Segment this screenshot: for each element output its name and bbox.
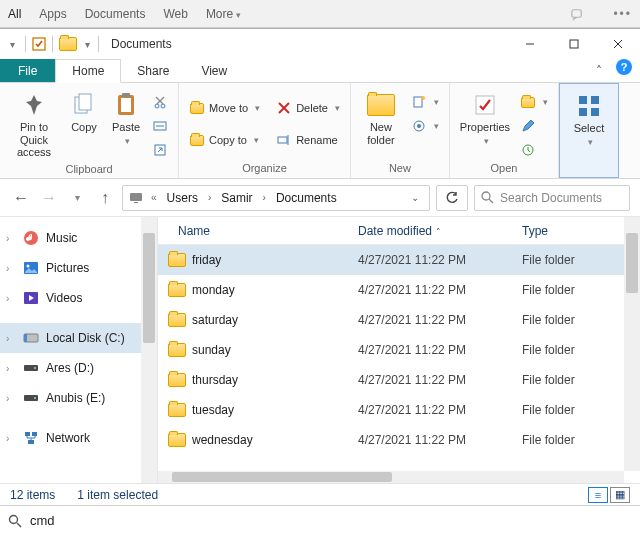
minimize-button[interactable]	[508, 29, 552, 59]
top-tab-web[interactable]: Web	[163, 7, 187, 21]
chevron-right-icon[interactable]: ›	[6, 363, 16, 374]
svg-point-23	[417, 124, 421, 128]
svg-point-12	[161, 104, 165, 108]
copy-button[interactable]: Copy	[64, 87, 104, 138]
open-button[interactable]: ▾	[516, 91, 552, 113]
content-hscrollbar[interactable]	[158, 471, 624, 483]
copy-to-button[interactable]: Copy to▾	[185, 129, 264, 151]
recent-locations-button[interactable]: ▾	[66, 187, 88, 209]
new-folder-button[interactable]: New folder	[357, 87, 405, 150]
run-input[interactable]	[30, 513, 632, 528]
paste-button[interactable]: Paste▾	[106, 87, 146, 150]
address-bar[interactable]: « Users› Samir› Documents ⌄	[122, 185, 430, 211]
tree-item-network[interactable]: ›Network	[0, 423, 157, 453]
paste-shortcut-button[interactable]	[148, 139, 172, 161]
file-row[interactable]: wednesday4/27/2021 11:22 PMFile folder	[158, 425, 640, 455]
qat-properties-icon[interactable]	[32, 37, 46, 51]
chevron-right-icon[interactable]: ›	[6, 263, 16, 274]
breadcrumb[interactable]: Documents	[274, 191, 339, 205]
refresh-button[interactable]	[436, 185, 468, 211]
chevron-right-icon[interactable]: ›	[6, 333, 16, 344]
pin-icon	[18, 91, 50, 119]
column-header-name[interactable]: Name	[158, 224, 358, 238]
new-item-button[interactable]: ▾	[407, 91, 443, 113]
top-tab-apps[interactable]: Apps	[39, 7, 66, 21]
tree-item-local-disk-c-[interactable]: ›Local Disk (C:)	[0, 323, 157, 353]
tab-home[interactable]: Home	[55, 59, 121, 83]
up-button[interactable]: ↑	[94, 187, 116, 209]
delete-button[interactable]: Delete▾	[272, 97, 344, 119]
copy-path-button[interactable]	[148, 115, 172, 137]
system-search-bar: All Apps Documents Web More▾ •••	[0, 0, 640, 28]
file-row[interactable]: thursday4/27/2021 11:22 PMFile folder	[158, 365, 640, 395]
back-button[interactable]: ←	[10, 187, 32, 209]
forward-button[interactable]: →	[38, 187, 60, 209]
breadcrumb[interactable]: Samir	[219, 191, 254, 205]
svg-rect-10	[122, 93, 130, 97]
tree-item-videos[interactable]: ›Videos	[0, 283, 157, 313]
tree-item-ares-d-[interactable]: ›Ares (D:)	[0, 353, 157, 383]
select-button[interactable]: Select▾	[566, 88, 612, 151]
folder-icon	[168, 433, 186, 447]
properties-button[interactable]: Properties▾	[456, 87, 514, 150]
videos-icon	[22, 289, 40, 307]
easy-access-button[interactable]: ▾	[407, 115, 443, 137]
top-tab-documents[interactable]: Documents	[85, 7, 146, 21]
content-vscrollbar[interactable]	[624, 217, 640, 471]
edit-button[interactable]	[516, 115, 552, 137]
file-date: 4/27/2021 11:22 PM	[358, 253, 518, 267]
top-tab-more[interactable]: More▾	[206, 7, 241, 21]
tree-item-music[interactable]: ›Music	[0, 223, 157, 253]
qat-overflow-icon[interactable]: ▾	[83, 39, 92, 50]
file-name: friday	[192, 253, 221, 267]
chevron-right-icon[interactable]: ›	[6, 433, 16, 444]
svg-rect-27	[591, 96, 599, 104]
rename-button[interactable]: Rename	[272, 129, 344, 151]
file-row[interactable]: friday4/27/2021 11:22 PMFile folder	[158, 245, 640, 275]
ribbon-collapse-icon[interactable]: ˄	[590, 59, 608, 82]
svg-point-43	[34, 397, 36, 399]
svg-rect-20	[414, 97, 422, 107]
feedback-icon[interactable]	[570, 6, 585, 21]
tree-item-anubis-e-[interactable]: ›Anubis (E:)	[0, 383, 157, 413]
new-item-icon	[411, 94, 427, 110]
folder-icon	[168, 343, 186, 357]
details-view-button[interactable]: ≡	[588, 487, 608, 503]
close-button[interactable]	[596, 29, 640, 59]
cut-button[interactable]	[148, 91, 172, 113]
file-row[interactable]: saturday4/27/2021 11:22 PMFile folder	[158, 305, 640, 335]
file-name: sunday	[192, 343, 231, 357]
file-row[interactable]: sunday4/27/2021 11:22 PMFile folder	[158, 335, 640, 365]
tab-share[interactable]: Share	[121, 59, 185, 82]
move-to-button[interactable]: Move to▾	[185, 97, 264, 119]
column-header-date[interactable]: Date modified˄	[358, 224, 518, 238]
paste-icon	[110, 91, 142, 119]
top-tab-all[interactable]: All	[8, 7, 21, 21]
file-type: File folder	[518, 343, 624, 357]
svg-point-11	[155, 104, 159, 108]
run-box	[0, 505, 640, 535]
tree-item-label: Ares (D:)	[46, 361, 94, 375]
sidebar-scrollbar[interactable]	[141, 217, 157, 483]
address-dropdown-icon[interactable]: ⌄	[407, 192, 423, 203]
more-options-icon[interactable]: •••	[613, 7, 632, 21]
maximize-button[interactable]	[552, 29, 596, 59]
qat-dropdown-icon[interactable]: ▾	[6, 39, 19, 50]
tab-file[interactable]: File	[0, 59, 55, 82]
column-header-type[interactable]: Type	[518, 224, 624, 238]
history-button[interactable]	[516, 139, 552, 161]
pin-button[interactable]: Pin to Quick access	[6, 87, 62, 163]
file-row[interactable]: monday4/27/2021 11:22 PMFile folder	[158, 275, 640, 305]
drive-icon	[22, 389, 40, 407]
thumbnails-view-button[interactable]: ▦	[610, 487, 630, 503]
tree-item-pictures[interactable]: ›Pictures	[0, 253, 157, 283]
copy-to-icon	[189, 132, 205, 148]
search-input[interactable]: Search Documents	[474, 185, 630, 211]
tab-view[interactable]: View	[185, 59, 243, 82]
chevron-right-icon[interactable]: ›	[6, 293, 16, 304]
breadcrumb[interactable]: Users	[165, 191, 200, 205]
file-row[interactable]: tuesday4/27/2021 11:22 PMFile folder	[158, 395, 640, 425]
help-icon[interactable]: ?	[616, 59, 632, 75]
chevron-right-icon[interactable]: ›	[6, 233, 16, 244]
chevron-right-icon[interactable]: ›	[6, 393, 16, 404]
